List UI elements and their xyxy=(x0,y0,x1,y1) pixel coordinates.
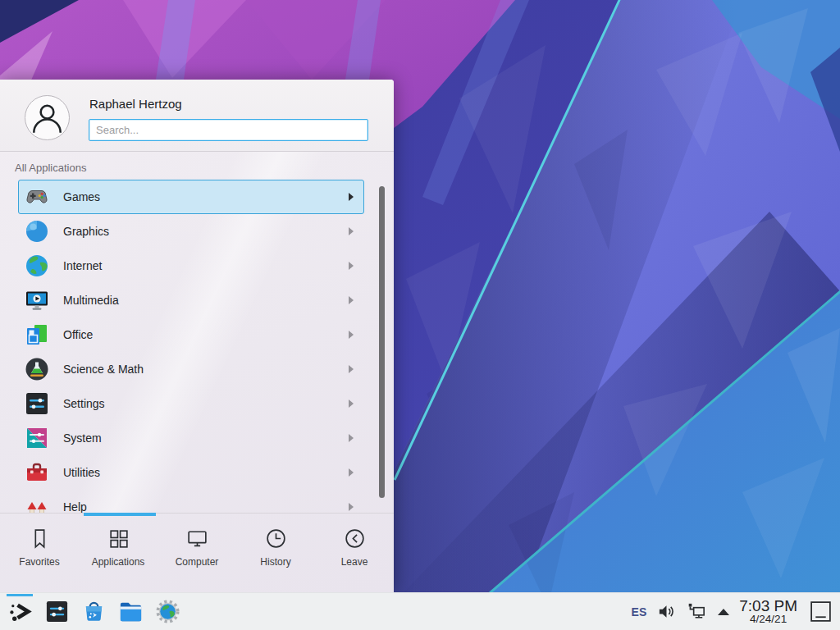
menu-item-utilities[interactable]: Utilities xyxy=(18,455,364,490)
documents-icon xyxy=(24,322,50,348)
application-list: All Applications Games Graphics xyxy=(0,152,394,513)
bookmark-icon xyxy=(28,527,52,550)
menu-item-label: Graphics xyxy=(63,225,109,238)
wired-network-icon[interactable] xyxy=(687,601,707,622)
menu-item-label: Office xyxy=(63,328,93,341)
web-browser-button[interactable] xyxy=(149,593,186,630)
discover-icon xyxy=(81,599,107,624)
section-label: All Applications xyxy=(15,162,394,174)
submenu-arrow-icon xyxy=(349,262,354,270)
user-avatar[interactable] xyxy=(25,95,70,140)
tab-leave[interactable]: Leave xyxy=(315,527,394,592)
show-desktop-button[interactable] xyxy=(807,596,833,628)
submenu-arrow-icon xyxy=(349,503,354,511)
submenu-arrow-icon xyxy=(349,193,354,201)
system-settings-icon xyxy=(44,599,70,624)
tab-label: History xyxy=(260,556,290,568)
menu-item-graphics[interactable]: Graphics xyxy=(18,214,364,249)
system-tray: ES xyxy=(632,601,730,622)
user-icon xyxy=(25,96,69,140)
menu-item-office[interactable]: Office xyxy=(18,317,364,352)
submenu-arrow-icon xyxy=(349,331,354,339)
submenu-arrow-icon xyxy=(349,296,354,304)
menu-item-label: System xyxy=(63,431,102,445)
tab-applications[interactable]: Applications xyxy=(79,527,158,592)
menu-item-science-math[interactable]: Science & Math xyxy=(18,352,364,386)
globe-icon xyxy=(24,253,50,279)
scrollbar-thumb[interactable] xyxy=(379,186,385,498)
media-screen-icon xyxy=(24,287,50,313)
gamepad-icon xyxy=(24,184,50,210)
system-settings-button[interactable] xyxy=(39,593,75,630)
digital-clock[interactable]: 7:03 PM 4/24/21 xyxy=(739,598,797,625)
tab-history[interactable]: History xyxy=(236,527,315,592)
flask-icon xyxy=(24,356,50,382)
tab-label: Favorites xyxy=(19,556,59,568)
tab-label: Computer xyxy=(176,556,219,568)
tab-computer[interactable]: Computer xyxy=(158,527,236,592)
menu-item-label: Multimedia xyxy=(63,294,119,307)
menu-item-label: Help xyxy=(63,500,87,513)
toolbox-icon xyxy=(24,459,50,486)
help-icon xyxy=(24,494,50,513)
sphere-icon xyxy=(24,218,50,244)
submenu-arrow-icon xyxy=(349,399,354,408)
monitor-icon xyxy=(185,527,209,550)
file-manager-icon xyxy=(118,599,144,624)
web-browser-icon xyxy=(155,599,180,624)
menu-item-internet[interactable]: Internet xyxy=(18,249,364,283)
launcher-header: Raphael Hertzog xyxy=(0,80,394,152)
menu-item-multimedia[interactable]: Multimedia xyxy=(18,283,364,317)
tab-label: Leave xyxy=(341,556,368,568)
clock-time: 7:03 PM xyxy=(739,598,797,614)
active-task-indicator xyxy=(7,594,33,596)
discover-button[interactable] xyxy=(75,593,112,630)
clock-date: 4/24/21 xyxy=(739,614,797,625)
volume-icon[interactable] xyxy=(657,602,676,621)
desktop: Raphael Hertzog All Applications Games xyxy=(0,0,840,630)
menu-item-label: Utilities xyxy=(63,466,100,479)
active-tab-indicator xyxy=(84,513,156,516)
system-sliders-icon xyxy=(24,425,50,451)
history-clock-icon xyxy=(264,527,288,550)
keyboard-layout-indicator[interactable]: ES xyxy=(632,605,647,619)
submenu-arrow-icon xyxy=(349,227,354,235)
submenu-arrow-icon xyxy=(349,434,354,442)
menu-item-games[interactable]: Games xyxy=(18,180,364,214)
launcher-tab-bar: Favorites Applications Computer History … xyxy=(0,513,394,592)
sliders-icon xyxy=(24,390,50,417)
tab-label: Applications xyxy=(92,556,145,568)
menu-item-label: Science & Math xyxy=(63,363,144,376)
menu-item-settings[interactable]: Settings xyxy=(18,386,364,421)
menu-item-label: Settings xyxy=(63,397,105,410)
menu-item-label: Games xyxy=(63,190,100,203)
menu-item-label: Internet xyxy=(63,259,102,272)
expand-tray-arrow-icon[interactable] xyxy=(718,609,729,615)
submenu-arrow-icon xyxy=(349,365,354,373)
user-name: Raphael Hertzog xyxy=(89,97,182,111)
category-list: Games Graphics Internet xyxy=(0,180,394,513)
tab-favorites[interactable]: Favorites xyxy=(0,527,79,592)
search-input[interactable] xyxy=(89,119,368,141)
show-desktop-icon xyxy=(809,600,833,623)
submenu-arrow-icon xyxy=(349,468,354,477)
grid-icon xyxy=(107,527,130,550)
kde-launcher-icon xyxy=(7,599,33,624)
file-manager-button[interactable] xyxy=(112,593,149,630)
launcher-button[interactable] xyxy=(2,593,39,630)
application-launcher-popup: Raphael Hertzog All Applications Games xyxy=(0,80,394,592)
menu-item-system[interactable]: System xyxy=(18,421,364,455)
menu-item-help[interactable]: Help xyxy=(18,490,364,513)
taskbar-panel: ES 7:03 PM 4/24/21 xyxy=(0,592,840,630)
leave-icon xyxy=(343,527,367,550)
